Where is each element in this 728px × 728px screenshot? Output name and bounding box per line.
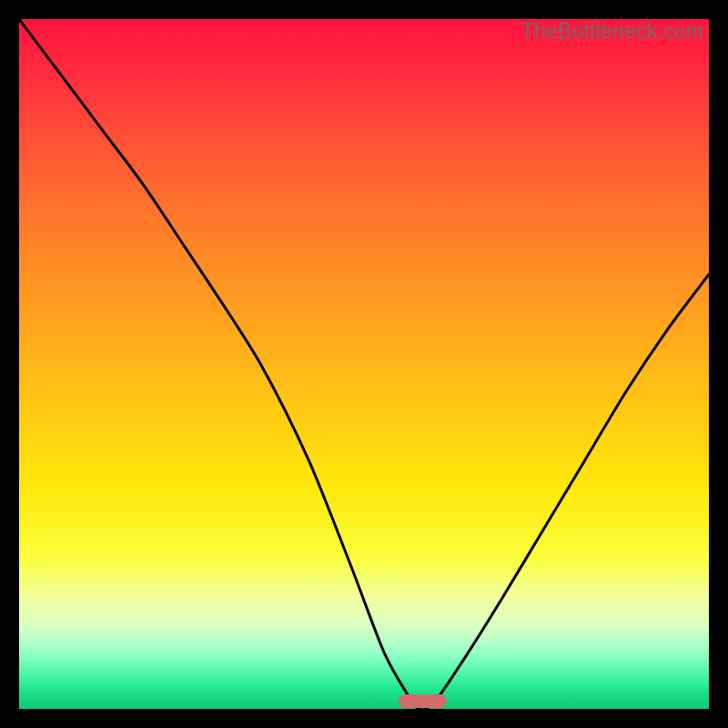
curve-path: [19, 19, 709, 709]
bottleneck-curve: [19, 19, 709, 709]
optimal-range-marker: [399, 694, 447, 708]
chart-frame: TheBottleneck.com: [0, 0, 728, 728]
plot-area: TheBottleneck.com: [19, 19, 709, 709]
